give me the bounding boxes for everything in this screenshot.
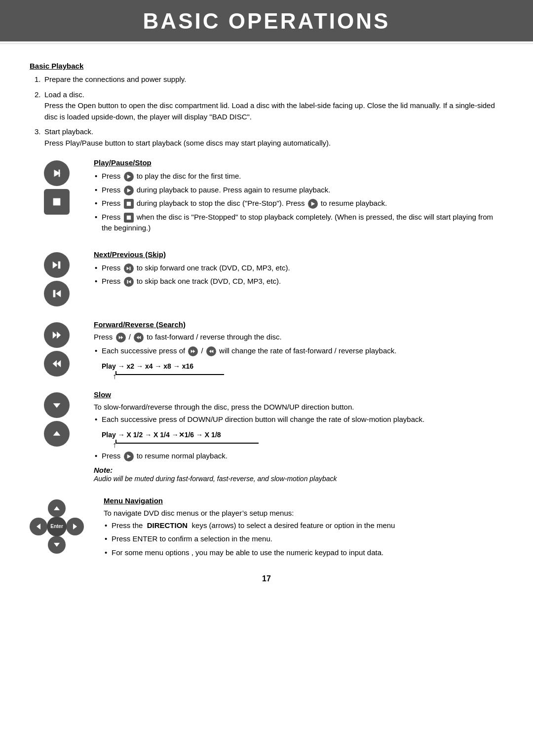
play-pause-button[interactable] <box>44 160 70 186</box>
rew-icon-inline2 <box>206 346 216 356</box>
slow-intro: To slow-forward/reverse through the disc… <box>94 403 503 411</box>
basic-playback-title: Basic Playback <box>30 62 503 70</box>
svg-marker-4 <box>127 188 131 192</box>
svg-rect-15 <box>127 280 128 283</box>
menu-navigation-intro: To navigate DVD disc menus or the player… <box>104 509 503 517</box>
play-pause-stop-title: Play/Pause/Stop <box>94 158 503 167</box>
nav-cross: Enter <box>30 499 84 554</box>
slow-block: Slow To slow-forward/reverse through the… <box>30 390 503 483</box>
svg-rect-1 <box>59 170 60 177</box>
menu-navigation-list: Press the DIRECTION keys (arrows) to sel… <box>104 520 503 559</box>
basic-playback-list: 1. Prepare the connections and power sup… <box>35 74 503 149</box>
prev-button[interactable] <box>44 281 70 306</box>
svg-marker-28 <box>53 403 61 408</box>
list-item: For some menu options , you may be able … <box>104 547 503 559</box>
svg-rect-2 <box>53 198 61 206</box>
svg-marker-16 <box>53 331 57 339</box>
svg-marker-27 <box>209 349 211 353</box>
list-item: Press to resume normal playback. <box>94 451 503 462</box>
forward-button[interactable] <box>44 322 70 348</box>
forward-reverse-block: Forward/Reverse (Search) Press / to fast… <box>30 320 503 377</box>
slow-diagram: Play → X 1/2 → X 1/4 →✕1/6 → X 1/8 ↑ <box>102 430 259 444</box>
forward-reverse-list: Each successive press of / will change t… <box>94 345 503 357</box>
list-item: 3. Start playback. Press Play/Pause butt… <box>35 126 503 149</box>
svg-marker-12 <box>126 266 129 270</box>
stop-button[interactable] <box>44 189 70 215</box>
list-item: Each successive press of DOWN/UP directi… <box>94 414 503 425</box>
ff-icon-inline2 <box>188 346 198 356</box>
prev-icon-inline <box>124 277 134 287</box>
menu-navigation-text: Menu Navigation To navigate DVD disc men… <box>104 496 503 561</box>
svg-marker-17 <box>57 331 61 339</box>
basic-playback-section: Basic Playback 1. Prepare the connection… <box>30 62 503 149</box>
note-block: Note: Audio will be muted during fast-fo… <box>94 466 503 483</box>
svg-marker-24 <box>191 349 193 353</box>
svg-marker-34 <box>73 524 77 529</box>
play-icon-inline2 <box>124 186 134 195</box>
stop-icon-inline <box>124 199 134 209</box>
play-pause-stop-list: Press to play the disc for the first tim… <box>94 171 503 234</box>
rate-diagram: Play → x2 → x4 → x8 → x16 ↑ <box>102 362 224 375</box>
svg-rect-9 <box>58 261 61 268</box>
page-header: BASIC OPERATIONS <box>0 0 533 41</box>
list-item: 2. Load a disc. Press the Open button to… <box>35 89 503 123</box>
svg-marker-18 <box>57 360 61 367</box>
note-text: Audio will be muted during fast-forward,… <box>94 475 337 483</box>
svg-marker-21 <box>121 336 123 339</box>
page-title: BASIC OPERATIONS <box>0 9 533 34</box>
svg-marker-33 <box>37 524 40 529</box>
list-item: Press the DIRECTION keys (arrows) to sel… <box>104 520 503 531</box>
forward-reverse-intro: Press / to fast-forward / reverse throug… <box>94 333 503 342</box>
nav-down-button[interactable] <box>48 536 66 554</box>
up-button[interactable] <box>44 421 70 447</box>
enter-button[interactable]: Enter <box>47 517 67 536</box>
play-pause-stop-block: Play/Pause/Stop Press to play the disc f… <box>30 158 503 236</box>
list-item: Press to skip back one track (DVD, CD, M… <box>94 276 503 287</box>
play-icon-inline3 <box>308 199 318 209</box>
slow-list: Each successive press of DOWN/UP directi… <box>94 414 503 425</box>
nav-right-button[interactable] <box>66 518 84 535</box>
play-icon-inline <box>124 172 134 182</box>
next-previous-text: Next/Previous (Skip) Press to skip forwa… <box>94 250 503 306</box>
forward-reverse-title: Forward/Reverse (Search) <box>94 320 503 329</box>
svg-rect-13 <box>129 266 130 270</box>
list-item: Press when the disc is "Pre-Stopped" to … <box>94 212 503 234</box>
nav-left-button[interactable] <box>30 518 47 535</box>
list-item: Press to skip forward one track (DVD, CD… <box>94 263 503 274</box>
ff-icon-inline <box>116 333 126 342</box>
svg-marker-8 <box>53 261 58 268</box>
svg-marker-32 <box>54 543 60 547</box>
nav-up-button[interactable] <box>48 499 66 517</box>
svg-marker-14 <box>128 280 131 283</box>
forward-reverse-text: Forward/Reverse (Search) Press / to fast… <box>94 320 503 377</box>
main-content: Basic Playback 1. Prepare the connection… <box>0 52 533 603</box>
svg-marker-3 <box>127 175 131 179</box>
svg-marker-26 <box>211 349 213 353</box>
down-button[interactable] <box>44 392 70 418</box>
play-icon-inline-slow <box>124 452 134 461</box>
svg-marker-20 <box>118 336 120 339</box>
svg-marker-23 <box>137 336 139 339</box>
svg-rect-5 <box>126 202 130 206</box>
list-item: 1. Prepare the connections and power sup… <box>35 74 503 85</box>
rew-icon-inline <box>134 333 144 342</box>
svg-marker-22 <box>139 336 141 339</box>
svg-marker-19 <box>53 360 57 367</box>
svg-marker-31 <box>54 506 60 510</box>
slow-title: Slow <box>94 390 503 399</box>
next-previous-list: Press to skip forward one track (DVD, CD… <box>94 263 503 287</box>
svg-marker-30 <box>127 454 131 458</box>
list-item: Each successive press of / will change t… <box>94 345 503 357</box>
svg-marker-6 <box>311 202 315 206</box>
slow-buttons-col <box>30 390 84 483</box>
stop-icon-inline2 <box>124 213 134 223</box>
play-pause-stop-text: Play/Pause/Stop Press to play the disc f… <box>94 158 503 236</box>
svg-marker-10 <box>56 290 61 297</box>
next-button[interactable] <box>44 252 70 278</box>
page-number: 17 <box>30 574 503 583</box>
list-item: Press during playback to pause. Press ag… <box>94 185 503 196</box>
note-title: Note: <box>94 466 113 474</box>
reverse-button[interactable] <box>44 351 70 377</box>
slow-text: Slow To slow-forward/reverse through the… <box>94 390 503 483</box>
menu-navigation-title: Menu Navigation <box>104 496 503 505</box>
